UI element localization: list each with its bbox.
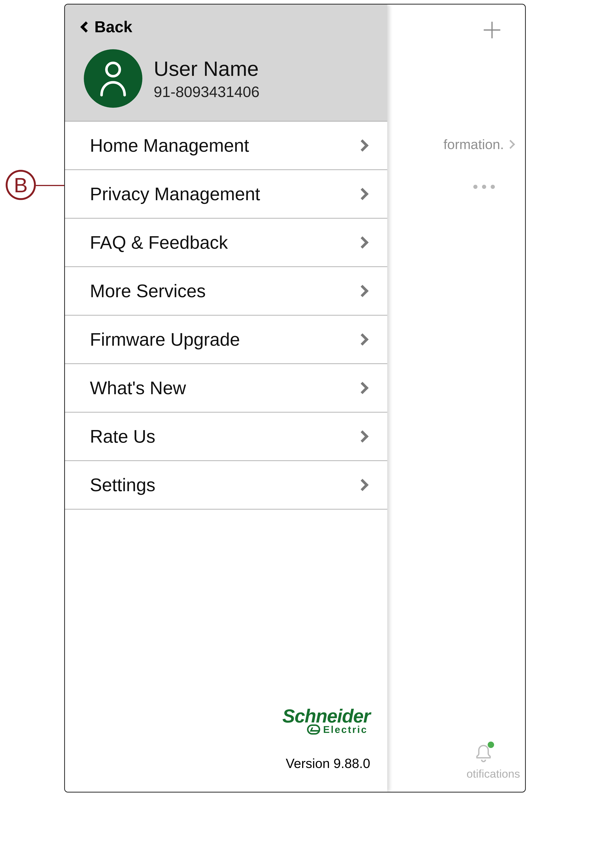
- annotation-callout-b: B: [6, 170, 36, 200]
- brand-logo: Schneider Electric: [282, 705, 370, 735]
- avatar: [84, 49, 142, 108]
- background-info-fragment: formation.: [444, 137, 504, 152]
- side-drawer: Back User Name 91-8093431406: [65, 4, 387, 792]
- profile-row[interactable]: User Name 91-8093431406: [82, 49, 374, 108]
- drawer-footer: Schneider Electric Version 9.88.0: [65, 705, 387, 792]
- add-device-button[interactable]: [482, 20, 503, 40]
- brand-name: Schneider: [282, 705, 370, 727]
- menu-item-rate-us[interactable]: Rate Us: [65, 412, 387, 461]
- notifications-label-fragment: otifications: [467, 767, 520, 780]
- dot-icon: [482, 185, 486, 189]
- menu-item-whats-new[interactable]: What's New: [65, 364, 387, 412]
- profile-phone: 91-8093431406: [154, 83, 260, 100]
- menu-item-label: FAQ & Feedback: [90, 232, 228, 253]
- menu-item-label: Rate Us: [90, 426, 155, 447]
- menu-item-label: Firmware Upgrade: [90, 329, 240, 350]
- annotation-callout-letter: B: [14, 173, 28, 197]
- menu-item-label: Privacy Management: [90, 184, 260, 204]
- more-menu-button[interactable]: [473, 185, 495, 189]
- brand-glyph-icon: [307, 725, 320, 735]
- menu-item-firmware-upgrade[interactable]: Firmware Upgrade: [65, 316, 387, 364]
- person-icon: [97, 61, 129, 96]
- chevron-right-icon: [356, 236, 368, 248]
- brand-subname: Electric: [323, 724, 368, 735]
- menu-item-privacy-management[interactable]: Privacy Management: [65, 170, 387, 218]
- annotation-callout-line: [36, 185, 64, 186]
- background-info-row[interactable]: formation.: [444, 137, 514, 152]
- chevron-right-icon: [506, 140, 515, 149]
- menu-item-home-management[interactable]: Home Management: [65, 121, 387, 170]
- menu-item-settings[interactable]: Settings: [65, 461, 387, 509]
- phone-frame: formation. otifications Back: [64, 4, 526, 793]
- profile-name: User Name: [154, 57, 260, 81]
- app-version: Version 9.88.0: [65, 756, 370, 771]
- menu-item-label: More Services: [90, 280, 206, 301]
- chevron-right-icon: [356, 479, 368, 491]
- dot-icon: [473, 185, 478, 189]
- notification-indicator-icon: [488, 742, 494, 748]
- menu-item-faq-feedback[interactable]: FAQ & Feedback: [65, 218, 387, 267]
- menu-item-label: What's New: [90, 378, 186, 399]
- svg-point-0: [106, 63, 120, 76]
- chevron-right-icon: [356, 430, 368, 443]
- chevron-right-icon: [356, 139, 368, 152]
- drawer-header: Back User Name 91-8093431406: [65, 4, 387, 121]
- chevron-right-icon: [356, 188, 368, 200]
- plus-icon: [482, 20, 503, 40]
- chevron-right-icon: [356, 382, 368, 394]
- back-button[interactable]: Back: [82, 18, 374, 36]
- drawer-menu: Home Management Privacy Management FAQ &…: [65, 121, 387, 509]
- menu-item-more-services[interactable]: More Services: [65, 267, 387, 316]
- notifications-tab[interactable]: otifications: [472, 743, 495, 765]
- chevron-right-icon: [356, 333, 368, 345]
- dot-icon: [491, 185, 495, 189]
- chevron-left-icon: [80, 21, 92, 32]
- menu-item-label: Settings: [90, 475, 155, 495]
- back-label: Back: [95, 18, 132, 36]
- menu-item-label: Home Management: [90, 135, 249, 156]
- chevron-right-icon: [356, 285, 368, 297]
